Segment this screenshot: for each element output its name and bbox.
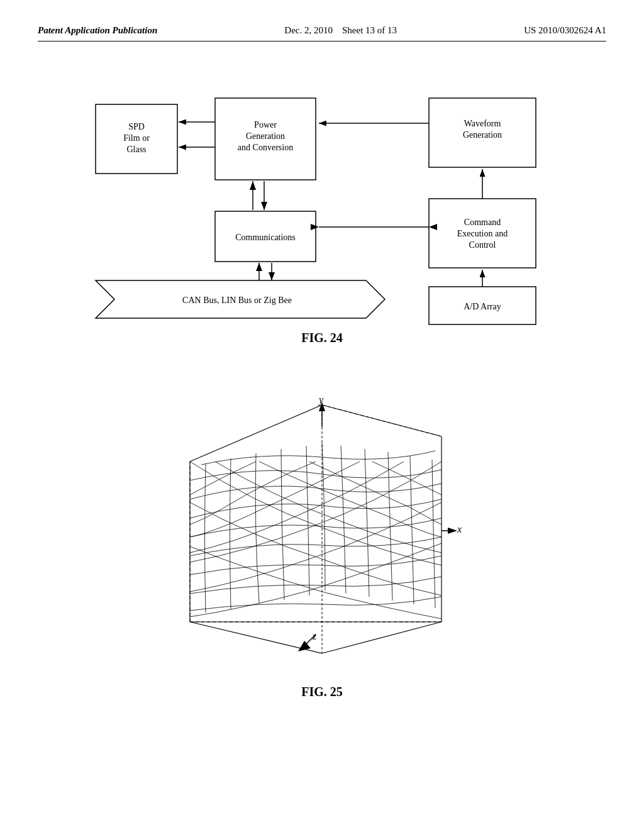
- svg-text:Waveform: Waveform: [464, 119, 501, 128]
- svg-line-48: [322, 405, 441, 436]
- svg-text:Power: Power: [254, 120, 277, 130]
- header-center: Dec. 2, 2010 Sheet 13 of 13: [284, 25, 397, 36]
- svg-text:Control: Control: [469, 240, 496, 250]
- header: Patent Application Publication Dec. 2, 2…: [38, 25, 606, 42]
- fig25-svg: y x z: [133, 377, 511, 678]
- svg-text:CAN Bus, LIN Bus or Zig Bee: CAN Bus, LIN Bus or Zig Bee: [182, 296, 292, 305]
- header-left: Patent Application Publication: [38, 25, 157, 36]
- page: Patent Application Publication Dec. 2, 2…: [0, 0, 644, 830]
- svg-text:Communications: Communications: [235, 233, 296, 242]
- svg-text:A/D Array: A/D Array: [464, 302, 501, 311]
- svg-text:y: y: [318, 394, 324, 406]
- svg-line-44: [190, 405, 322, 462]
- svg-text:SPD: SPD: [128, 122, 145, 131]
- svg-text:Command: Command: [464, 218, 501, 227]
- svg-text:Glass: Glass: [126, 145, 146, 154]
- svg-line-50: [322, 622, 441, 653]
- svg-marker-31: [256, 263, 262, 271]
- header-right: US 2010/0302624 A1: [524, 25, 606, 36]
- svg-text:Execution and: Execution and: [457, 229, 508, 238]
- svg-text:Generation: Generation: [463, 130, 502, 140]
- svg-text:Film or: Film or: [123, 133, 150, 143]
- svg-marker-35: [250, 181, 256, 190]
- fig24-container: SPD Film or Glass Power Generation and C…: [38, 67, 606, 364]
- svg-text:and  Conversion: and Conversion: [238, 143, 293, 152]
- fig24-label: FIG. 24: [301, 331, 343, 345]
- block-diagram-svg: SPD Film or Glass Power Generation and C…: [77, 67, 567, 331]
- svg-marker-55: [448, 528, 457, 534]
- svg-marker-36: [261, 202, 267, 210]
- svg-text:x: x: [457, 524, 462, 534]
- svg-text:Generation: Generation: [246, 131, 285, 141]
- svg-marker-32: [269, 272, 275, 280]
- fig25-label: FIG. 25: [301, 685, 343, 699]
- fig25-container: y x z: [38, 377, 606, 699]
